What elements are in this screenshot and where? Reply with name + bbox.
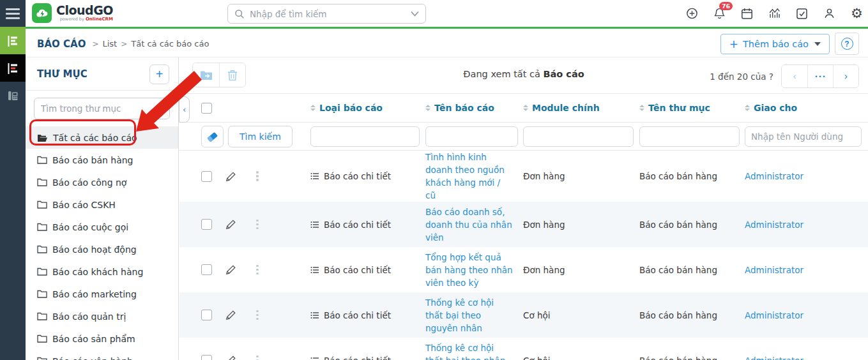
folder-search-input[interactable] (34, 98, 170, 119)
row-menu-icon[interactable] (256, 310, 310, 320)
table-row: Báo cáo chi tiết Báo cáo doanh số, doanh… (179, 202, 868, 247)
quick-create-icon[interactable] (686, 8, 698, 20)
column-header-report-name[interactable]: Tên báo cáo (425, 103, 523, 113)
sidebar-item-folder[interactable]: Báo cáo vận hành (26, 350, 178, 360)
folder-icon (37, 156, 47, 164)
settings-gear-icon[interactable]: ⚙ (851, 8, 863, 20)
filter-report-type-input[interactable] (310, 126, 420, 147)
bar-chart-icon (6, 34, 20, 48)
assigned-user-link[interactable]: Administrator (745, 220, 868, 230)
assigned-user-link[interactable]: Administrator (745, 171, 868, 181)
sidebar-item-folder[interactable]: Báo cáo hoạt động (26, 238, 178, 260)
table-row: Báo cáo chi tiết Thống kê cơ hội thất bạ… (179, 338, 868, 360)
add-folder-button[interactable]: + (149, 64, 169, 84)
report-name-link[interactable]: Tình hình kinh doanh theo nguồn khách hà… (425, 151, 523, 202)
sidebar-item-all-reports[interactable]: Tất cả các báo cáo (26, 126, 178, 149)
row-checkbox[interactable] (201, 219, 212, 230)
notifications-bell-icon[interactable]: 76 (713, 8, 726, 20)
rail-reports-active-icon[interactable] (0, 54, 26, 82)
global-search-input[interactable] (250, 9, 406, 19)
sort-icon (745, 105, 750, 111)
pagination-range: 1 đến 20 của ? (710, 71, 773, 82)
chevron-down-icon[interactable] (411, 11, 419, 17)
more-pages-button[interactable]: ... (807, 65, 833, 87)
search-button[interactable]: Tìm kiếm (228, 126, 293, 147)
sidebar-item-folder[interactable]: Báo cáo sản phẩm (26, 327, 178, 350)
sidebar-item-folder[interactable]: Báo cáo quản trị (26, 305, 178, 327)
row-checkbox[interactable] (201, 171, 212, 182)
select-all-checkbox[interactable] (201, 103, 212, 114)
top-icons: 76 ⚙ (686, 0, 863, 27)
sidebar-item-folder[interactable]: Báo cáo công nợ (26, 171, 178, 193)
column-header-folder[interactable]: Tên thư mục (639, 103, 745, 113)
folder-icon (37, 223, 47, 231)
report-name-link[interactable]: Thống kê cơ hội thất bại theo nhân viên (425, 341, 523, 360)
column-header-report-type[interactable]: Loại báo cáo (310, 103, 425, 113)
eraser-icon (206, 131, 218, 142)
folder-icon (37, 312, 47, 320)
detail-list-icon (310, 266, 319, 274)
edit-pencil-icon[interactable] (225, 264, 248, 275)
rail-phone-icon[interactable] (0, 82, 26, 109)
assigned-user-link[interactable]: Administrator (745, 356, 868, 360)
cloudgo-logo[interactable]: CloudGO powered by OnlineCRM (32, 3, 113, 23)
move-to-folder-button[interactable] (193, 63, 219, 87)
row-menu-icon[interactable] (256, 171, 310, 181)
folder-icon (37, 334, 47, 343)
report-name-link[interactable]: Tổng hợp kết quả bán hàng theo nhân viên… (425, 251, 523, 289)
module-cell: Cơ hội (523, 310, 639, 320)
sidebar-collapse-button[interactable]: ‹ (179, 96, 190, 123)
cloudgo-logo-icon (32, 3, 52, 23)
sidebar-item-folder[interactable]: Báo cáo CSKH (26, 193, 178, 216)
sidebar-item-folder[interactable]: Báo cáo khách hàng (26, 260, 178, 283)
column-header-assigned[interactable]: Giao cho (745, 103, 868, 113)
analytics-chart-icon[interactable] (768, 8, 780, 20)
detail-list-icon (310, 357, 319, 360)
edit-pencil-icon[interactable] (225, 310, 248, 320)
sidebar-item-folder[interactable]: Báo cáo marketing (26, 283, 178, 305)
assigned-user-link[interactable]: Administrator (745, 310, 868, 320)
folders-sidebar: THƯ MỤC + Tất cả các báo cáo Báo cáo bán… (26, 57, 179, 360)
row-checkbox[interactable] (201, 264, 212, 275)
row-checkbox[interactable] (201, 355, 212, 360)
filter-assigned-user-input[interactable] (745, 126, 862, 147)
prev-page-button[interactable]: ‹ (782, 65, 807, 87)
assigned-user-link[interactable]: Administrator (745, 265, 868, 275)
clear-filters-button[interactable] (201, 126, 224, 147)
hamburger-menu-icon[interactable] (0, 0, 26, 27)
column-header-module[interactable]: Module chính (523, 103, 639, 113)
rail-reports-icon[interactable] (0, 27, 26, 54)
table-header-row: Loại báo cáo Tên báo cáo Module chính Tê… (179, 93, 868, 123)
row-menu-icon[interactable] (256, 220, 310, 230)
row-menu-icon[interactable] (256, 265, 310, 275)
report-name-link[interactable]: Báo cáo doanh số, doanh thu của nhân viê… (425, 206, 523, 244)
edit-pencil-icon[interactable] (225, 355, 248, 360)
add-report-button[interactable]: + Thêm báo cáo (720, 34, 830, 54)
report-type-cell: Báo cáo chi tiết (310, 220, 425, 230)
report-type-cell: Báo cáo chi tiết (310, 356, 425, 360)
sidebar-item-folder[interactable]: Báo cáo cuộc gọi (26, 216, 178, 238)
edit-pencil-icon[interactable] (225, 171, 248, 182)
breadcrumb: > List > Tất cả các báo cáo (92, 39, 209, 49)
sort-icon (639, 105, 644, 111)
module-cell: Đơn hàng (523, 265, 639, 275)
folder-cell: Báo cáo bán hàng (639, 265, 745, 275)
logo-name: CloudGO (56, 4, 113, 17)
user-profile-icon[interactable] (823, 8, 835, 20)
sidebar-item-folder[interactable]: Báo cáo bán hàng (26, 149, 178, 171)
filter-report-name-input[interactable] (425, 126, 518, 147)
help-button[interactable]: ? (835, 33, 859, 55)
tasks-check-icon[interactable] (796, 8, 808, 20)
breadcrumb-item-list[interactable]: List (102, 39, 117, 49)
report-name-link[interactable]: Thống kê cơ hội thất bại theo nguyên nhâ… (425, 296, 523, 334)
filter-module-input[interactable] (523, 126, 634, 147)
plus-icon: + (729, 40, 738, 49)
folder-cell: Báo cáo bán hàng (639, 220, 745, 230)
delete-button[interactable] (219, 63, 245, 87)
edit-pencil-icon[interactable] (225, 219, 248, 230)
next-page-button[interactable]: › (833, 65, 858, 87)
row-menu-icon[interactable] (256, 356, 310, 360)
filter-folder-input[interactable] (639, 126, 740, 147)
row-checkbox[interactable] (201, 310, 212, 320)
calendar-icon[interactable] (741, 8, 753, 20)
